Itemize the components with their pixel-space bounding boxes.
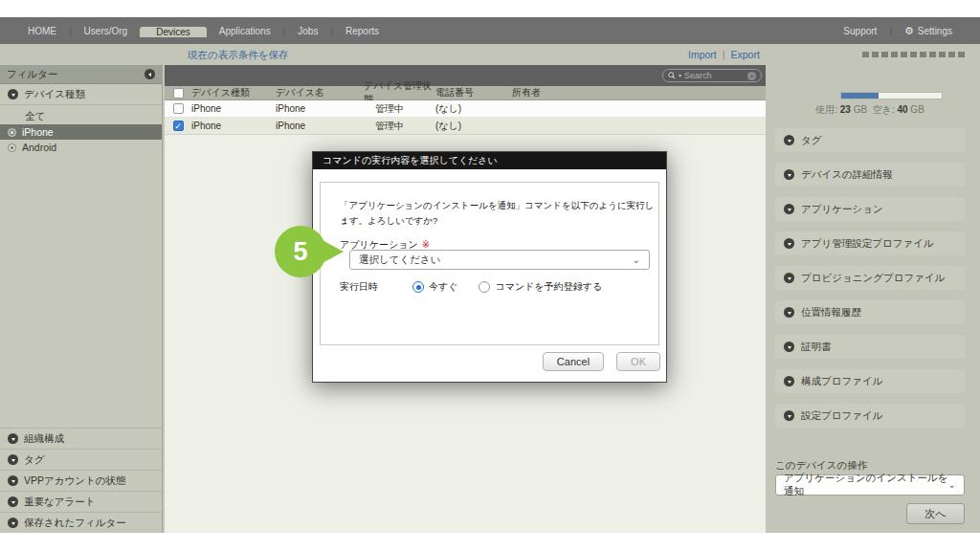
accordion-label: デバイスの詳細情報 bbox=[801, 168, 893, 182]
filter-section-label: タグ bbox=[24, 453, 45, 467]
select-all-checkbox[interactable] bbox=[173, 88, 184, 99]
table-row-selected[interactable]: ✓ iPhone iPhone 管理中 (なし) bbox=[165, 118, 766, 135]
filter-option-label: 全て bbox=[25, 110, 45, 123]
radio-schedule-command[interactable]: コマンドを予約登録する bbox=[479, 280, 602, 294]
filter-option-iphone[interactable]: iPhone bbox=[0, 124, 162, 140]
storage-summary: 使用: 23 GB 空き: 40 GB bbox=[773, 103, 967, 117]
filter-section-saved-filters[interactable]: 保存されたフィルター bbox=[0, 512, 162, 533]
subheader: 現在の表示条件を保存 Import|Export bbox=[0, 44, 980, 65]
storage-bar bbox=[840, 92, 943, 99]
accordion-location-history[interactable]: 位置情報履歴 bbox=[775, 300, 965, 324]
filter-bottom-sections: 組織構成 タグ VPPアカウントの状態 重要なアラート 保存されたフィルター bbox=[0, 428, 162, 533]
accordion-settings-profile[interactable]: 設定プロファイル bbox=[775, 404, 965, 428]
filter-section-tags[interactable]: タグ bbox=[0, 449, 162, 470]
nav-reports[interactable]: Reports bbox=[333, 17, 391, 44]
screenshot-root: HOME | Users/Org Devices Applications | … bbox=[0, 0, 980, 551]
filter-section-label: デバイス種類 bbox=[24, 88, 85, 101]
save-current-view-link[interactable]: 現在の表示条件を保存 bbox=[188, 49, 289, 62]
filter-section-label: 重要なアラート bbox=[24, 496, 95, 509]
filter-section-label: 組織構成 bbox=[24, 432, 64, 446]
import-link[interactable]: Import bbox=[688, 49, 717, 60]
row-checkbox[interactable] bbox=[173, 103, 184, 114]
required-mark: ※ bbox=[422, 239, 430, 250]
accordion-label: プロビジョニングプロファイル bbox=[801, 272, 945, 285]
nav-devices-tab-active[interactable]: Devices bbox=[140, 27, 207, 37]
application-select[interactable]: 選択してください ⌄ bbox=[349, 250, 650, 270]
search-scope-caret-icon[interactable]: ▾ bbox=[679, 73, 681, 78]
filter-section-important-alerts[interactable]: 重要なアラート bbox=[0, 491, 162, 512]
storage-bar-fill bbox=[841, 93, 879, 99]
chevron-down-icon bbox=[784, 376, 794, 386]
column-header-phone[interactable]: 電話番号 bbox=[435, 86, 512, 99]
accordion-device-details[interactable]: デバイスの詳細情報 bbox=[775, 163, 965, 187]
accordion-label: アプリケーション bbox=[801, 203, 883, 216]
cell-device-type: iPhone bbox=[191, 103, 276, 114]
next-button[interactable]: 次へ bbox=[906, 503, 965, 524]
radio-icon bbox=[479, 281, 490, 293]
chevron-down-icon bbox=[784, 204, 794, 214]
command-dialog: コマンドの実行内容を選択してください 「アプリケーションのインストールを通知」コ… bbox=[312, 151, 667, 383]
nav-applications[interactable]: Applications bbox=[207, 17, 283, 44]
nav-users-org[interactable]: Users/Org bbox=[72, 17, 141, 44]
table-row[interactable]: iPhone iPhone 管理中 (なし) bbox=[165, 100, 766, 118]
table-header-row: デバイス種類 デバイス名 デバイス管理状態 電話番号 所有者 bbox=[165, 86, 766, 100]
dialog-body-panel: 「アプリケーションのインストールを通知」コマンドを以下のように実行します。よろし… bbox=[320, 182, 659, 345]
search-icon bbox=[668, 72, 676, 79]
radio-execute-now[interactable]: 今すぐ bbox=[412, 280, 457, 294]
filter-section-organization[interactable]: 組織構成 bbox=[0, 428, 162, 449]
table-toolbar: ▾ Search × bbox=[165, 65, 766, 86]
filter-section-label: VPPアカウントの状態 bbox=[24, 474, 126, 488]
nav-jobs[interactable]: Jobs bbox=[285, 17, 330, 44]
filter-section-vpp-account[interactable]: VPPアカウントの状態 bbox=[0, 470, 162, 491]
cell-device-type: iPhone bbox=[191, 121, 276, 131]
column-header-owner[interactable]: 所有者 bbox=[512, 86, 766, 99]
row-checkbox[interactable]: ✓ bbox=[173, 121, 184, 131]
chevron-down-icon bbox=[784, 342, 794, 352]
filter-option-label: iPhone bbox=[22, 126, 54, 138]
chevron-down-icon bbox=[8, 475, 18, 486]
device-actions-label: このデバイスの操作 bbox=[775, 459, 867, 473]
chevron-down-icon bbox=[784, 238, 794, 249]
chevron-down-icon bbox=[8, 496, 18, 507]
accordion-configuration-profile[interactable]: 構成プロファイル bbox=[775, 369, 965, 393]
filter-section-device-type[interactable]: デバイス種類 bbox=[0, 84, 162, 105]
filter-option-android[interactable]: Android bbox=[0, 140, 162, 155]
nav-settings-label: Settings bbox=[918, 26, 952, 36]
search-input[interactable]: ▾ Search × bbox=[662, 69, 762, 82]
accordion-applications[interactable]: アプリケーション bbox=[775, 197, 965, 221]
cell-phone: (なし) bbox=[435, 102, 512, 116]
cell-device-name: iPhone bbox=[276, 103, 364, 114]
accordion-app-management-profile[interactable]: アプリ管理設定プロファイル bbox=[775, 231, 965, 255]
nav-settings[interactable]: ⚙Settings bbox=[892, 17, 965, 44]
filter-option-all[interactable]: 全て bbox=[0, 109, 162, 124]
chevron-down-icon bbox=[8, 518, 18, 528]
device-action-select[interactable]: アプリケーションのインストールを通知 ⌄ bbox=[775, 474, 965, 496]
nav-support[interactable]: Support bbox=[831, 17, 889, 44]
filter-section-label: 保存されたフィルター bbox=[24, 517, 126, 530]
nav-home[interactable]: HOME bbox=[15, 17, 69, 44]
top-nav: HOME | Users/Org Devices Applications | … bbox=[0, 17, 980, 44]
accordion-tags[interactable]: タグ bbox=[775, 128, 965, 152]
accordion-label: タグ bbox=[801, 134, 822, 147]
step-number: 5 bbox=[293, 237, 307, 267]
storage-free-unit: GB bbox=[910, 104, 924, 115]
cancel-button[interactable]: Cancel bbox=[543, 352, 604, 371]
column-header-device-name[interactable]: デバイス名 bbox=[276, 86, 364, 99]
filter-sidebar: フィルター デバイス種類 全て iPhone Android 組 bbox=[0, 65, 163, 533]
radio-dot-icon bbox=[8, 143, 16, 152]
redacted-device-id bbox=[862, 52, 966, 57]
collapse-sidebar-icon[interactable] bbox=[145, 69, 155, 79]
datetime-label: 実行日時 bbox=[340, 280, 412, 294]
ok-button[interactable]: OK bbox=[616, 352, 660, 371]
dialog-title: コマンドの実行内容を選択してください bbox=[313, 152, 666, 169]
export-link[interactable]: Export bbox=[731, 49, 760, 60]
cell-status: 管理中 bbox=[364, 102, 435, 116]
accordion-provisioning-profile[interactable]: プロビジョニングプロファイル bbox=[775, 266, 965, 290]
dialog-buttons: Cancel OK bbox=[543, 352, 660, 371]
cell-phone: (なし) bbox=[435, 120, 512, 133]
search-clear-icon[interactable]: × bbox=[747, 72, 756, 80]
chevron-down-icon bbox=[8, 89, 18, 99]
accordion-certificates[interactable]: 証明書 bbox=[775, 335, 965, 359]
column-header-device-type[interactable]: デバイス種類 bbox=[191, 86, 276, 99]
link-separator: | bbox=[723, 49, 725, 60]
